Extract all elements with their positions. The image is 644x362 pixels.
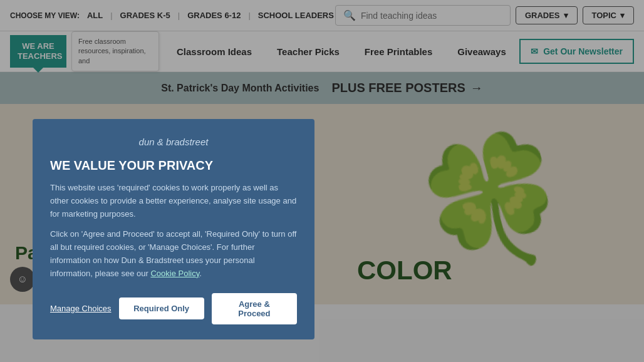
modal-body-1: This website uses 'required' cookies to … — [50, 182, 297, 220]
modal-actions: Manage Choices Required Only Agree & Pro… — [50, 293, 297, 324]
modal-title: WE VALUE YOUR PRIVACY — [50, 158, 297, 173]
modal-brand: dun & bradstreet — [50, 137, 297, 147]
manage-choices-button[interactable]: Manage Choices — [50, 304, 112, 313]
agree-proceed-button[interactable]: Agree & Proceed — [212, 293, 297, 324]
modal-body-2: Click on 'Agree and Proceed' to accept a… — [50, 228, 297, 280]
privacy-modal: dun & bradstreet WE VALUE YOUR PRIVACY T… — [33, 119, 314, 339]
cookie-policy-link[interactable]: Cookie Policy — [150, 269, 199, 278]
required-only-button[interactable]: Required Only — [119, 297, 204, 319]
